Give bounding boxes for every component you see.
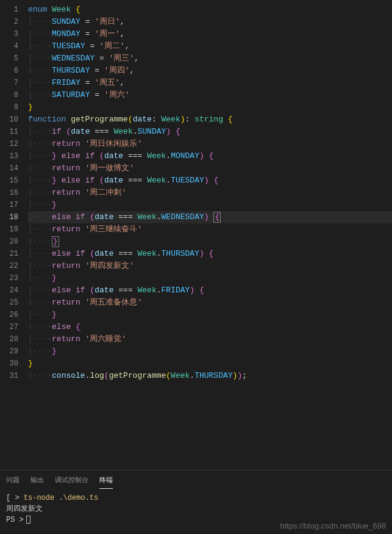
line-number: 8 [0, 89, 18, 101]
line-number: 11 [0, 126, 18, 138]
line-number: 31 [0, 370, 18, 382]
code-line[interactable]: │····return '周六睡觉' [28, 333, 392, 345]
code-line[interactable]: │····WEDNESDAY = '周三', [28, 52, 392, 65]
panel-tab[interactable]: 输出 [30, 474, 44, 489]
line-number: 4 [0, 40, 18, 52]
code-line[interactable]: } [28, 101, 392, 114]
line-number: 1 [0, 4, 18, 16]
line-number: 26 [0, 309, 18, 321]
code-line[interactable]: function getProgramme(date: Week): strin… [28, 114, 392, 126]
code-line[interactable]: │····else if (date === Week.THURSDAY) { [28, 248, 392, 260]
code-line[interactable]: │····return '周一做博文' [28, 162, 392, 175]
terminal-line: 周四发新文 [6, 503, 386, 514]
line-number: 6 [0, 65, 18, 77]
line-number-gutter: 1234567891011121314151617181920212223242… [0, 0, 24, 470]
code-line[interactable]: │····else if (date === Week.FRIDAY) { [28, 284, 392, 297]
code-line[interactable]: │····} [28, 236, 392, 248]
panel-tabs: 问题输出调试控制台终端 [0, 471, 392, 489]
code-line[interactable]: │····} [28, 345, 392, 358]
terminal-cursor [26, 516, 30, 524]
line-number: 29 [0, 345, 18, 358]
code-line[interactable]: │····} else if (date === Week.MONDAY) { [28, 150, 392, 162]
line-number: 16 [0, 187, 18, 199]
line-number: 9 [0, 101, 18, 114]
code-line[interactable]: │····return '周五准备休息' [28, 297, 392, 309]
code-line[interactable]: │····else if (date === Week.WEDNESDAY) { [28, 211, 392, 223]
code-line[interactable]: │····return '周二冲刺' [28, 187, 392, 199]
line-number: 7 [0, 77, 18, 89]
line-number: 23 [0, 272, 18, 284]
panel-tab[interactable]: 调试控制台 [55, 474, 88, 489]
line-number: 20 [0, 236, 18, 248]
line-number: 5 [0, 52, 18, 65]
code-line[interactable]: │····THURSDAY = '周四', [28, 65, 392, 77]
line-number: 10 [0, 114, 18, 126]
line-number: 3 [0, 28, 18, 40]
code-line[interactable]: enum Week { [28, 4, 392, 16]
code-area[interactable]: enum Week {│····SUNDAY = '周日',│····MONDA… [24, 0, 392, 470]
watermark: https://blog.csdn.net/blue_698 [280, 521, 386, 530]
line-number: 15 [0, 175, 18, 187]
panel-tab[interactable]: 问题 [6, 474, 20, 489]
code-line[interactable]: │····} [28, 309, 392, 321]
line-number: 22 [0, 260, 18, 272]
line-number: 2 [0, 16, 18, 28]
line-number: 18 [0, 211, 18, 223]
line-number: 14 [0, 162, 18, 175]
line-number: 17 [0, 199, 18, 211]
panel-tab[interactable]: 终端 [99, 474, 113, 489]
code-line[interactable]: │····return '周四发新文' [28, 260, 392, 272]
line-number: 30 [0, 358, 18, 370]
line-number: 28 [0, 333, 18, 345]
line-number: 27 [0, 321, 18, 333]
code-line[interactable]: │····MONDAY = '周一', [28, 28, 392, 40]
code-line[interactable]: │····else { [28, 321, 392, 333]
line-number: 12 [0, 138, 18, 150]
line-number: 19 [0, 223, 18, 236]
code-line[interactable]: │····TUESDAY = '周二', [28, 40, 392, 52]
code-line[interactable]: │····return '周三继续奋斗' [28, 223, 392, 236]
terminal-line: [ > ts-node .\demo.ts [6, 493, 386, 503]
line-number: 21 [0, 248, 18, 260]
code-line[interactable]: │····} [28, 272, 392, 284]
code-line[interactable]: │····SATURDAY = '周六' [28, 89, 392, 101]
code-line[interactable]: │····} [28, 199, 392, 211]
code-line[interactable]: │····SUNDAY = '周日', [28, 16, 392, 28]
code-line[interactable]: │····console.log(getProgramme(Week.THURS… [28, 370, 392, 382]
code-line[interactable]: │····} else if (date === Week.TUESDAY) { [28, 175, 392, 187]
line-number: 25 [0, 297, 18, 309]
line-number: 24 [0, 284, 18, 297]
code-line[interactable]: } [28, 358, 392, 370]
code-line[interactable]: │····if (date === Week.SUNDAY) { [28, 126, 392, 138]
code-line[interactable]: │····return '周日休闲娱乐' [28, 138, 392, 150]
code-line[interactable]: │····FRIDAY = '周五', [28, 77, 392, 89]
code-editor[interactable]: 1234567891011121314151617181920212223242… [0, 0, 392, 470]
line-number: 13 [0, 150, 18, 162]
